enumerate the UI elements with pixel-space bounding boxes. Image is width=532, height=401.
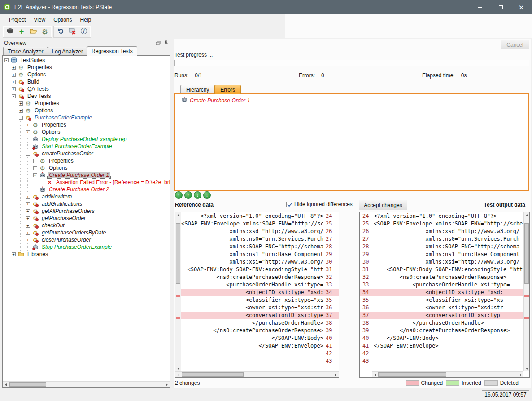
expand-toggle[interactable]: + xyxy=(24,128,31,136)
pin-icon[interactable] xyxy=(164,40,168,46)
expand-toggle[interactable]: + xyxy=(10,78,17,85)
output-hscrollbar[interactable] xyxy=(372,371,523,377)
scroll-up-icon[interactable] xyxy=(524,212,530,218)
tree-item[interactable]: -Create Purchase Order 1 xyxy=(3,172,170,179)
cancel-button[interactable]: Cancel xyxy=(501,40,529,49)
previous-difference-button[interactable]: ↑ xyxy=(184,191,192,199)
tree-item[interactable]: Create Purchase Order 2 xyxy=(3,186,170,193)
diff-line[interactable]: 35 <classifier xsi:type="xs xyxy=(360,296,523,304)
tab-regression-tests[interactable]: Regression Tests xyxy=(87,46,137,56)
diff-line[interactable]: <?xml version="1.0" encoding="UTF-8"?>24 xyxy=(181,212,339,220)
diff-line[interactable]: <classifier xsi:type="xs35 xyxy=(181,296,339,304)
tree-item[interactable]: Start PurchaseOrderExample xyxy=(3,143,170,150)
expand-toggle[interactable]: + xyxy=(24,236,31,243)
expand-toggle[interactable]: + xyxy=(24,229,31,236)
menu-view[interactable]: View xyxy=(30,15,49,25)
diff-line[interactable]: 42 xyxy=(181,350,339,357)
diff-line[interactable]: 25<SOAP-ENV:Envelope xmlns:SOAP-ENV="htt… xyxy=(360,220,523,228)
collapse-toggle[interactable]: - xyxy=(31,172,39,179)
expand-toggle[interactable]: + xyxy=(31,157,39,164)
tree-hscrollbar[interactable] xyxy=(3,381,170,387)
expand-toggle[interactable]: + xyxy=(17,107,24,114)
tree-item[interactable]: +Libraries xyxy=(3,251,170,258)
diff-line[interactable]: </purchaseOrderHandle>38 xyxy=(181,319,339,327)
hide-ignored-checkbox[interactable]: Hide ignored differences xyxy=(286,201,353,207)
tree-item[interactable]: +⚙Properties xyxy=(3,100,170,107)
diff-line[interactable]: xmlns:ns1="urn:Base_Component29 xyxy=(181,251,339,258)
collapse-toggle[interactable]: - xyxy=(24,150,31,157)
output-vscrollbar[interactable] xyxy=(523,212,529,371)
tree-item[interactable]: +⚙Options xyxy=(3,71,170,78)
accept-changes-button[interactable]: Accept changes xyxy=(359,200,407,210)
expand-toggle[interactable]: + xyxy=(24,121,31,128)
expand-toggle[interactable]: + xyxy=(24,193,31,200)
toolbar-info-button[interactable]: i xyxy=(78,27,89,37)
collapse-toggle[interactable]: - xyxy=(17,114,24,121)
diff-line[interactable]: 41</SOAP-ENV:Envelope> xyxy=(360,342,523,350)
diff-line[interactable]: xmlns:SOAP-ENC="http://schema28 xyxy=(181,243,339,251)
scrollbar-thumb[interactable] xyxy=(176,223,180,284)
diff-line[interactable]: 28 xmlns:SOAP-ENC="http://schema xyxy=(360,243,523,251)
tree-item[interactable]: +⚙Options xyxy=(3,164,170,172)
diff-line[interactable]: 34 <object1D xsi:type="xsd: xyxy=(360,289,523,296)
tree-item[interactable]: +⚙closePurchaseOrder xyxy=(3,236,170,243)
tree-item[interactable]: -TestSuites xyxy=(3,57,170,64)
scrollbar-thumb[interactable] xyxy=(378,372,446,377)
expand-toggle[interactable]: + xyxy=(10,251,17,258)
diff-line[interactable]: 31 <SOAP-ENV:Body SOAP-ENV:encodingStyle… xyxy=(360,266,523,273)
diff-line[interactable]: 30 xmlns:xsi="http://www.w3.org/ xyxy=(360,258,523,266)
diff-line[interactable]: </SOAP-ENV:Body>40 xyxy=(181,335,339,342)
minimize-button[interactable] xyxy=(470,0,490,14)
tree-item[interactable]: +⚙Build xyxy=(3,78,170,85)
diff-line[interactable]: 42 xyxy=(360,350,523,357)
tree-item[interactable]: ×Assertion Failed Error - [Reference = D… xyxy=(3,179,170,186)
tab-log-analyzer[interactable]: Log Analyzer xyxy=(48,47,87,56)
menu-project[interactable]: Project xyxy=(5,15,30,25)
expand-toggle[interactable]: + xyxy=(17,100,24,107)
diff-line[interactable]: <SOAP-ENV:Envelope xmlns:SOAP-ENV="http:… xyxy=(181,220,339,228)
tree-item[interactable]: +⚙getAllPurchaseOrders xyxy=(3,207,170,215)
tree-item[interactable]: Deploy PurchaseOrderExample.rep xyxy=(3,136,170,143)
tree-item[interactable]: +⚙Options xyxy=(3,128,170,136)
change-marker[interactable] xyxy=(176,317,180,319)
scroll-right-icon[interactable] xyxy=(333,372,339,378)
diff-line[interactable]: <purchaseOrderHandle xsi:type=33 xyxy=(181,281,339,289)
diff-line[interactable]: </ns0:createPurchaseOrderResponse>39 xyxy=(181,327,339,335)
next-difference-button[interactable]: ↓ xyxy=(194,191,201,199)
toolbar-open-button[interactable] xyxy=(28,27,39,37)
collapse-toggle[interactable]: - xyxy=(10,93,17,100)
scroll-right-icon[interactable] xyxy=(518,372,523,378)
diff-line[interactable]: 24<?xml version="1.0" encoding="UTF-8"?> xyxy=(360,212,523,220)
tree-item[interactable]: +⚙checkOut xyxy=(3,222,170,229)
scrollbar-thumb[interactable] xyxy=(182,372,244,377)
maximize-button[interactable] xyxy=(490,0,511,14)
tree-item[interactable]: -⚙Dev Tests xyxy=(3,93,170,100)
error-list-item[interactable]: Create Purchase Order 1 xyxy=(181,97,528,104)
tree-item[interactable]: +⚙addGratifications xyxy=(3,200,170,207)
toolbar-add-button[interactable]: + xyxy=(16,27,27,37)
diff-line[interactable]: 40 </SOAP-ENV:Body> xyxy=(360,335,523,342)
expand-toggle[interactable]: + xyxy=(10,71,17,78)
expand-toggle[interactable]: + xyxy=(24,215,31,222)
scrollbar-thumb[interactable] xyxy=(524,223,529,284)
scrollbar-thumb[interactable] xyxy=(9,382,46,387)
tree-item[interactable]: +⚙getPurchaseOrdersByDate xyxy=(3,229,170,236)
reference-vscrollbar[interactable] xyxy=(175,212,181,371)
diff-line[interactable]: 26 xmlns:xsd="http://www.w3.org/ xyxy=(360,228,523,235)
tree-item[interactable]: +⚙QA Tests xyxy=(3,85,170,93)
expand-toggle[interactable]: + xyxy=(24,222,31,229)
diff-line[interactable]: 33 <purchaseOrderHandle xsi:type= xyxy=(360,281,523,289)
scroll-left-icon[interactable] xyxy=(372,372,378,378)
change-marker[interactable] xyxy=(524,317,529,319)
tab-trace-analyzer[interactable]: Trace Analyzer xyxy=(3,47,48,56)
expand-toggle[interactable]: + xyxy=(24,200,31,207)
first-difference-button[interactable]: ↑ xyxy=(175,191,183,199)
toolbar-undo-button[interactable] xyxy=(55,27,66,37)
diff-line[interactable]: <owner xsi:type="xsd:str36 xyxy=(181,304,339,312)
diff-line[interactable]: xmlns:xsi="http://www.w3.org/30 xyxy=(181,258,339,266)
scroll-down-icon[interactable] xyxy=(175,366,181,371)
last-difference-button[interactable]: ↓ xyxy=(203,191,211,199)
float-window-icon[interactable] xyxy=(156,41,161,45)
tree-item[interactable]: +⚙addNewItem xyxy=(3,193,170,200)
scroll-up-icon[interactable] xyxy=(175,212,181,218)
